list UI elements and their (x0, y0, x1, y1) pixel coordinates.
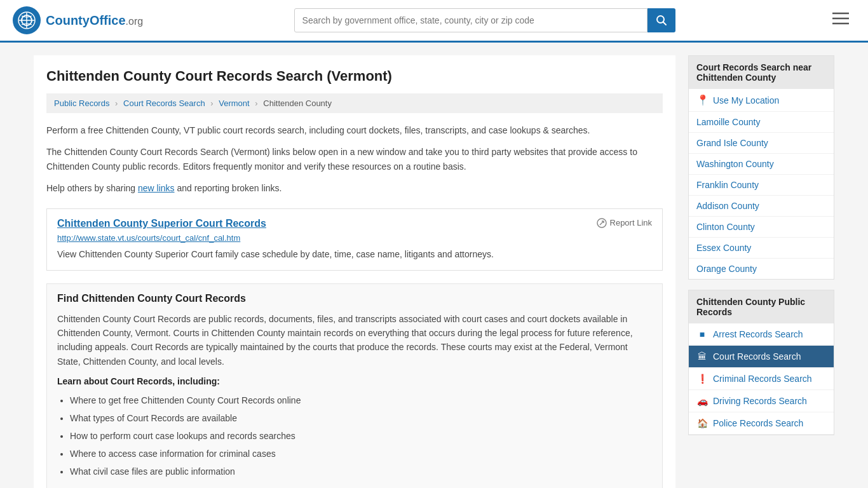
report-link-label: Report Link (610, 218, 652, 227)
pr-item-label: Police Records Search (713, 418, 803, 428)
public-records-item[interactable]: 🏠Police Records Search (689, 412, 834, 435)
find-list-item: What types of Court Records are availabl… (70, 409, 652, 427)
nearby-county-link[interactable]: Washington County (689, 154, 834, 175)
public-records-section: Chittenden County Public Records ■Arrest… (688, 290, 834, 435)
description-3-post: and reporting broken links. (175, 183, 282, 193)
find-list-item: Where to access case information for cri… (70, 445, 652, 463)
record-card-header: Chittenden County Superior Court Records… (57, 218, 652, 229)
menu-button[interactable] (826, 12, 855, 29)
record-title-link[interactable]: Chittenden County Superior Court Records (57, 218, 266, 229)
pr-item-label: Arrest Records Search (713, 329, 803, 339)
nearby-county-link[interactable]: Clinton County (689, 217, 834, 238)
find-list: Where to get free Chittenden County Cour… (57, 391, 652, 480)
search-input[interactable] (294, 8, 648, 32)
nearby-counties-list: Lamoille CountyGrand Isle CountyWashingt… (689, 112, 834, 279)
find-learn-title: Learn about Court Records, including: (57, 376, 652, 386)
public-records-item[interactable]: ■Arrest Records Search (689, 323, 834, 346)
nearby-county-link[interactable]: Addison County (689, 196, 834, 217)
content-area: Chittenden County Court Records Search (… (34, 55, 675, 488)
nearby-county-link[interactable]: Franklin County (689, 175, 834, 196)
public-records-list: ■Arrest Records Search🏛Court Records Sea… (689, 323, 834, 435)
use-my-location-link[interactable]: 📍 Use My Location (689, 89, 834, 112)
nearby-county-link[interactable]: Essex County (689, 238, 834, 259)
pr-item-icon: ■ (696, 329, 708, 339)
pr-item-icon: 🏠 (696, 418, 708, 428)
description-1: Perform a free Chittenden County, VT pub… (46, 123, 663, 137)
logo-icon (13, 6, 41, 34)
pr-item-icon: 🚗 (696, 396, 708, 406)
public-records-item[interactable]: ❗Criminal Records Search (689, 368, 834, 390)
nearby-county-link[interactable]: Grand Isle County (689, 133, 834, 154)
pr-item-label: Criminal Records Search (713, 374, 812, 384)
breadcrumb-court-records[interactable]: Court Records Search (123, 98, 205, 108)
search-button[interactable] (648, 8, 675, 32)
description-3-pre: Help others by sharing (46, 183, 138, 193)
sep2: › (210, 98, 213, 108)
description-2: The Chittenden County Court Records Sear… (46, 145, 663, 173)
description-3: Help others by sharing new links and rep… (46, 181, 663, 195)
location-pin-icon: 📍 (696, 94, 709, 106)
record-url-link[interactable]: http://www.state.vt.us/courts/court_cal/… (57, 233, 652, 243)
breadcrumb-public-records[interactable]: Public Records (54, 98, 109, 108)
find-section-title: Find Chittenden County Court Records (57, 293, 652, 304)
find-list-item: What civil case files are public informa… (70, 463, 652, 480)
breadcrumb-chittenden: Chittenden County (263, 98, 332, 108)
use-my-location-label: Use My Location (713, 95, 779, 105)
record-description: View Chittenden County Superior Court fa… (57, 248, 652, 261)
logo-text: CountyOffice.org (46, 13, 143, 28)
find-list-item: How to perform court case lookups and re… (70, 427, 652, 445)
logo-area: CountyOffice.org (13, 6, 143, 34)
record-card: Chittenden County Superior Court Records… (46, 208, 663, 271)
sep3: › (255, 98, 257, 108)
public-records-item[interactable]: 🏛Court Records Search (689, 346, 834, 368)
pr-item-label: Court Records Search (713, 351, 801, 362)
pr-item-label: Driving Records Search (713, 396, 807, 406)
pr-item-icon: 🏛 (696, 351, 708, 362)
report-link[interactable]: Report Link (597, 218, 652, 228)
search-bar (294, 8, 675, 32)
page-title: Chittenden County Court Records Search (… (46, 68, 663, 85)
svg-line-10 (600, 221, 604, 225)
find-list-item: Where to get free Chittenden County Cour… (70, 391, 652, 409)
sidebar: Court Records Search near Chittenden Cou… (688, 55, 834, 488)
public-records-title: Chittenden County Public Records (689, 290, 834, 323)
new-links-link[interactable]: new links (138, 183, 175, 193)
public-records-item[interactable]: 🚗Driving Records Search (689, 390, 834, 412)
pr-item-icon: ❗ (696, 374, 708, 384)
svg-line-5 (663, 22, 666, 25)
sep1: › (115, 98, 118, 108)
nearby-county-link[interactable]: Orange County (689, 259, 834, 279)
main-container: Chittenden County Court Records Search (… (21, 43, 847, 488)
breadcrumb-vermont[interactable]: Vermont (219, 98, 249, 108)
header: CountyOffice.org (0, 0, 868, 43)
find-description: Chittenden County Court Records are publ… (57, 312, 652, 369)
breadcrumb: Public Records › Court Records Search › … (46, 93, 663, 113)
find-section: Find Chittenden County Court Records Chi… (46, 283, 663, 488)
nearby-county-link[interactable]: Lamoille County (689, 112, 834, 133)
nearby-section: Court Records Search near Chittenden Cou… (688, 55, 834, 280)
nearby-title: Court Records Search near Chittenden Cou… (689, 56, 834, 89)
